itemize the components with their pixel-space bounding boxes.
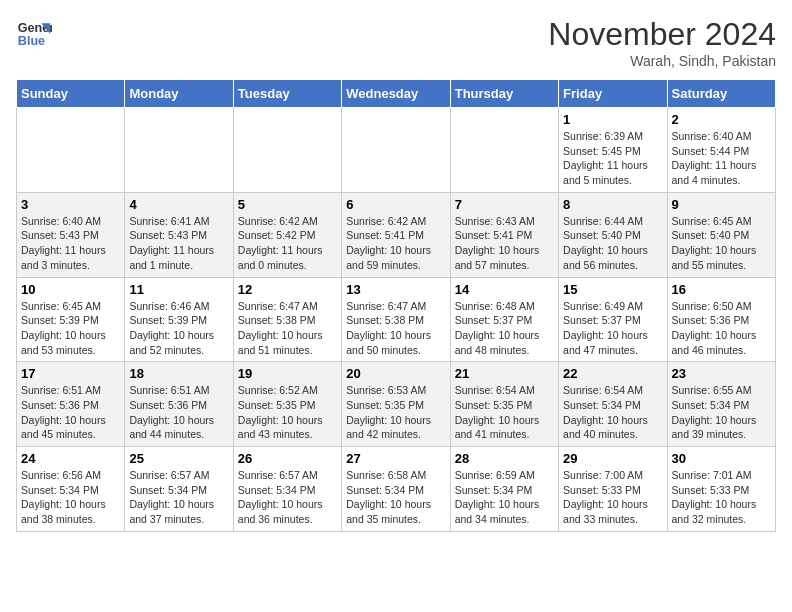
calendar-table: SundayMondayTuesdayWednesdayThursdayFrid…: [16, 79, 776, 532]
day-number: 23: [672, 366, 771, 381]
day-info: Sunrise: 6:40 AM Sunset: 5:43 PM Dayligh…: [21, 214, 120, 273]
day-number: 4: [129, 197, 228, 212]
day-number: 20: [346, 366, 445, 381]
day-info: Sunrise: 6:40 AM Sunset: 5:44 PM Dayligh…: [672, 129, 771, 188]
day-number: 6: [346, 197, 445, 212]
calendar-week-row: 17Sunrise: 6:51 AM Sunset: 5:36 PM Dayli…: [17, 362, 776, 447]
calendar-cell: 24Sunrise: 6:56 AM Sunset: 5:34 PM Dayli…: [17, 447, 125, 532]
weekday-header: Friday: [559, 80, 667, 108]
day-number: 10: [21, 282, 120, 297]
day-info: Sunrise: 6:45 AM Sunset: 5:40 PM Dayligh…: [672, 214, 771, 273]
calendar-cell: 26Sunrise: 6:57 AM Sunset: 5:34 PM Dayli…: [233, 447, 341, 532]
day-number: 12: [238, 282, 337, 297]
day-info: Sunrise: 6:42 AM Sunset: 5:42 PM Dayligh…: [238, 214, 337, 273]
calendar-cell: 23Sunrise: 6:55 AM Sunset: 5:34 PM Dayli…: [667, 362, 775, 447]
calendar-cell: 10Sunrise: 6:45 AM Sunset: 5:39 PM Dayli…: [17, 277, 125, 362]
day-info: Sunrise: 6:58 AM Sunset: 5:34 PM Dayligh…: [346, 468, 445, 527]
day-info: Sunrise: 6:47 AM Sunset: 5:38 PM Dayligh…: [346, 299, 445, 358]
calendar-cell: [17, 108, 125, 193]
calendar-cell: 11Sunrise: 6:46 AM Sunset: 5:39 PM Dayli…: [125, 277, 233, 362]
day-number: 18: [129, 366, 228, 381]
day-info: Sunrise: 7:00 AM Sunset: 5:33 PM Dayligh…: [563, 468, 662, 527]
weekday-header: Wednesday: [342, 80, 450, 108]
svg-text:Blue: Blue: [18, 34, 45, 48]
day-info: Sunrise: 6:54 AM Sunset: 5:35 PM Dayligh…: [455, 383, 554, 442]
calendar-cell: 30Sunrise: 7:01 AM Sunset: 5:33 PM Dayli…: [667, 447, 775, 532]
day-info: Sunrise: 6:50 AM Sunset: 5:36 PM Dayligh…: [672, 299, 771, 358]
calendar-cell: [450, 108, 558, 193]
calendar-cell: 6Sunrise: 6:42 AM Sunset: 5:41 PM Daylig…: [342, 192, 450, 277]
day-info: Sunrise: 6:59 AM Sunset: 5:34 PM Dayligh…: [455, 468, 554, 527]
calendar-cell: 29Sunrise: 7:00 AM Sunset: 5:33 PM Dayli…: [559, 447, 667, 532]
day-info: Sunrise: 6:48 AM Sunset: 5:37 PM Dayligh…: [455, 299, 554, 358]
calendar-cell: 19Sunrise: 6:52 AM Sunset: 5:35 PM Dayli…: [233, 362, 341, 447]
day-number: 11: [129, 282, 228, 297]
day-number: 1: [563, 112, 662, 127]
day-number: 9: [672, 197, 771, 212]
weekday-header: Saturday: [667, 80, 775, 108]
day-number: 14: [455, 282, 554, 297]
calendar-cell: 4Sunrise: 6:41 AM Sunset: 5:43 PM Daylig…: [125, 192, 233, 277]
day-info: Sunrise: 7:01 AM Sunset: 5:33 PM Dayligh…: [672, 468, 771, 527]
calendar-cell: 15Sunrise: 6:49 AM Sunset: 5:37 PM Dayli…: [559, 277, 667, 362]
calendar-week-row: 1Sunrise: 6:39 AM Sunset: 5:45 PM Daylig…: [17, 108, 776, 193]
day-info: Sunrise: 6:54 AM Sunset: 5:34 PM Dayligh…: [563, 383, 662, 442]
calendar-week-row: 3Sunrise: 6:40 AM Sunset: 5:43 PM Daylig…: [17, 192, 776, 277]
month-title: November 2024: [548, 16, 776, 53]
day-number: 26: [238, 451, 337, 466]
day-number: 24: [21, 451, 120, 466]
day-number: 13: [346, 282, 445, 297]
calendar-cell: 7Sunrise: 6:43 AM Sunset: 5:41 PM Daylig…: [450, 192, 558, 277]
calendar-cell: 17Sunrise: 6:51 AM Sunset: 5:36 PM Dayli…: [17, 362, 125, 447]
day-info: Sunrise: 6:41 AM Sunset: 5:43 PM Dayligh…: [129, 214, 228, 273]
logo: General Blue: [16, 16, 52, 52]
day-number: 19: [238, 366, 337, 381]
day-info: Sunrise: 6:43 AM Sunset: 5:41 PM Dayligh…: [455, 214, 554, 273]
day-number: 8: [563, 197, 662, 212]
title-section: November 2024 Warah, Sindh, Pakistan: [548, 16, 776, 69]
day-info: Sunrise: 6:51 AM Sunset: 5:36 PM Dayligh…: [21, 383, 120, 442]
day-info: Sunrise: 6:49 AM Sunset: 5:37 PM Dayligh…: [563, 299, 662, 358]
day-info: Sunrise: 6:56 AM Sunset: 5:34 PM Dayligh…: [21, 468, 120, 527]
day-number: 16: [672, 282, 771, 297]
calendar-cell: 9Sunrise: 6:45 AM Sunset: 5:40 PM Daylig…: [667, 192, 775, 277]
day-info: Sunrise: 6:52 AM Sunset: 5:35 PM Dayligh…: [238, 383, 337, 442]
day-info: Sunrise: 6:44 AM Sunset: 5:40 PM Dayligh…: [563, 214, 662, 273]
calendar-cell: 16Sunrise: 6:50 AM Sunset: 5:36 PM Dayli…: [667, 277, 775, 362]
calendar-cell: [342, 108, 450, 193]
day-number: 2: [672, 112, 771, 127]
weekday-header-row: SundayMondayTuesdayWednesdayThursdayFrid…: [17, 80, 776, 108]
weekday-header: Thursday: [450, 80, 558, 108]
day-info: Sunrise: 6:42 AM Sunset: 5:41 PM Dayligh…: [346, 214, 445, 273]
calendar-cell: 8Sunrise: 6:44 AM Sunset: 5:40 PM Daylig…: [559, 192, 667, 277]
calendar-week-row: 24Sunrise: 6:56 AM Sunset: 5:34 PM Dayli…: [17, 447, 776, 532]
calendar-cell: 18Sunrise: 6:51 AM Sunset: 5:36 PM Dayli…: [125, 362, 233, 447]
calendar-cell: 5Sunrise: 6:42 AM Sunset: 5:42 PM Daylig…: [233, 192, 341, 277]
day-info: Sunrise: 6:51 AM Sunset: 5:36 PM Dayligh…: [129, 383, 228, 442]
weekday-header: Sunday: [17, 80, 125, 108]
calendar-cell: 27Sunrise: 6:58 AM Sunset: 5:34 PM Dayli…: [342, 447, 450, 532]
day-number: 28: [455, 451, 554, 466]
day-number: 21: [455, 366, 554, 381]
calendar-cell: 13Sunrise: 6:47 AM Sunset: 5:38 PM Dayli…: [342, 277, 450, 362]
day-info: Sunrise: 6:46 AM Sunset: 5:39 PM Dayligh…: [129, 299, 228, 358]
weekday-header: Tuesday: [233, 80, 341, 108]
calendar-cell: 3Sunrise: 6:40 AM Sunset: 5:43 PM Daylig…: [17, 192, 125, 277]
day-info: Sunrise: 6:45 AM Sunset: 5:39 PM Dayligh…: [21, 299, 120, 358]
day-info: Sunrise: 6:55 AM Sunset: 5:34 PM Dayligh…: [672, 383, 771, 442]
day-number: 25: [129, 451, 228, 466]
calendar-cell: 25Sunrise: 6:57 AM Sunset: 5:34 PM Dayli…: [125, 447, 233, 532]
calendar-cell: 14Sunrise: 6:48 AM Sunset: 5:37 PM Dayli…: [450, 277, 558, 362]
weekday-header: Monday: [125, 80, 233, 108]
calendar-cell: 22Sunrise: 6:54 AM Sunset: 5:34 PM Dayli…: [559, 362, 667, 447]
calendar-cell: 12Sunrise: 6:47 AM Sunset: 5:38 PM Dayli…: [233, 277, 341, 362]
day-info: Sunrise: 6:57 AM Sunset: 5:34 PM Dayligh…: [238, 468, 337, 527]
day-number: 7: [455, 197, 554, 212]
logo-icon: General Blue: [16, 16, 52, 52]
day-number: 5: [238, 197, 337, 212]
calendar-cell: [233, 108, 341, 193]
calendar-cell: 21Sunrise: 6:54 AM Sunset: 5:35 PM Dayli…: [450, 362, 558, 447]
calendar-cell: 2Sunrise: 6:40 AM Sunset: 5:44 PM Daylig…: [667, 108, 775, 193]
day-number: 22: [563, 366, 662, 381]
day-number: 27: [346, 451, 445, 466]
